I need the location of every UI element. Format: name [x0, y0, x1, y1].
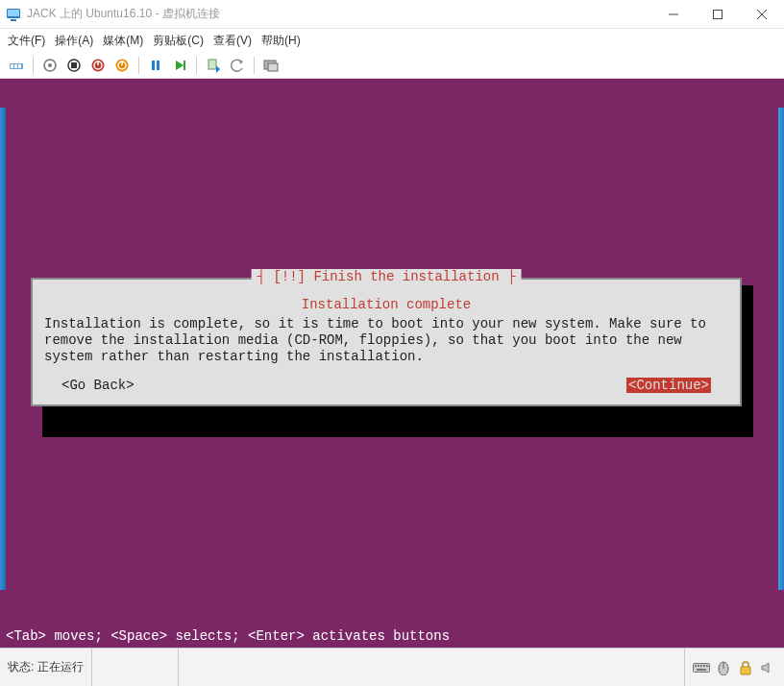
svg-rect-1: [8, 10, 19, 16]
dialog-frame-title: ┤ [!!] Finish the installation ├: [252, 269, 522, 284]
svg-rect-8: [11, 64, 13, 68]
turnoff-icon[interactable]: [63, 55, 85, 76]
toolbar-separator: [33, 57, 34, 74]
status-icons: [685, 659, 784, 676]
continue-button[interactable]: <Continue>: [626, 378, 711, 393]
enhanced-session-icon[interactable]: [260, 55, 282, 76]
svg-rect-36: [697, 669, 706, 671]
status-text: 状态: 正在运行: [0, 649, 92, 686]
minimize-button[interactable]: [651, 0, 696, 29]
svg-rect-31: [695, 665, 697, 667]
status-spacer: [179, 649, 685, 686]
menu-action[interactable]: 操作(A): [55, 33, 93, 49]
save-icon[interactable]: [111, 55, 133, 76]
statusbar: 状态: 正在运行: [0, 648, 784, 686]
svg-rect-24: [184, 61, 185, 70]
dialog-subtitle: Installation complete: [44, 297, 728, 312]
dialog-body: Installation is complete, so it is time …: [44, 316, 728, 364]
toolbar: [0, 52, 784, 79]
console: ┤ [!!] Finish the installation ├ Install…: [2, 81, 782, 646]
app-icon: [6, 7, 21, 22]
mouse-icon: [715, 659, 732, 676]
titlebar: JACK 上的 Ubuntu16.10 - 虚拟机连接: [0, 0, 784, 29]
shutdown-icon[interactable]: [87, 55, 109, 76]
keyboard-hint: <Tab> moves; <Space> selects; <Enter> ac…: [2, 628, 782, 644]
svg-rect-9: [14, 64, 17, 68]
menu-view[interactable]: 查看(V): [213, 33, 252, 49]
start-icon[interactable]: [39, 55, 61, 76]
reset-icon[interactable]: [169, 55, 190, 76]
svg-rect-29: [268, 63, 278, 71]
menu-media[interactable]: 媒体(M): [103, 33, 143, 49]
speaker-icon: [759, 659, 776, 676]
checkpoint-icon[interactable]: [203, 55, 224, 76]
status-cell-empty: [92, 649, 179, 686]
svg-rect-39: [741, 667, 750, 674]
window-title: JACK 上的 Ubuntu16.10 - 虚拟机连接: [27, 6, 651, 22]
menubar: 文件(F) 操作(A) 媒体(M) 剪贴板(C) 查看(V) 帮助(H): [0, 29, 784, 52]
maximize-button[interactable]: [696, 0, 740, 29]
installer-dialog: ┤ [!!] Finish the installation ├ Install…: [31, 278, 742, 406]
svg-rect-2: [11, 19, 16, 21]
menu-clip[interactable]: 剪贴板(C): [153, 33, 204, 49]
toolbar-separator: [138, 57, 139, 74]
toolbar-separator: [196, 57, 197, 74]
svg-rect-35: [706, 665, 708, 667]
svg-marker-27: [239, 60, 243, 64]
keyboard-icon: [693, 659, 710, 676]
svg-marker-26: [216, 65, 220, 73]
svg-rect-4: [714, 10, 723, 18]
svg-rect-22: [157, 61, 159, 70]
dialog-actions: <Go Back> <Continue>: [44, 378, 728, 393]
window-buttons: [651, 0, 784, 29]
close-button[interactable]: [740, 0, 784, 29]
svg-rect-21: [152, 61, 155, 70]
toolbar-separator: [254, 57, 255, 74]
svg-point-12: [48, 63, 52, 67]
svg-rect-32: [698, 665, 699, 667]
svg-rect-30: [694, 663, 710, 672]
svg-marker-40: [762, 663, 769, 673]
svg-rect-34: [703, 665, 705, 667]
pause-icon[interactable]: [145, 55, 166, 76]
svg-rect-10: [18, 64, 21, 68]
menu-file[interactable]: 文件(F): [8, 33, 45, 49]
go-back-button[interactable]: <Go Back>: [61, 378, 135, 393]
svg-rect-33: [700, 665, 702, 667]
vm-display[interactable]: ┤ [!!] Finish the installation ├ Install…: [0, 79, 784, 648]
lock-icon: [737, 659, 754, 676]
ctrl-alt-del-icon[interactable]: [6, 55, 27, 76]
svg-marker-23: [176, 61, 184, 70]
svg-rect-14: [71, 62, 77, 68]
revert-icon[interactable]: [227, 55, 248, 76]
menu-help[interactable]: 帮助(H): [261, 33, 301, 49]
svg-rect-25: [208, 60, 216, 69]
